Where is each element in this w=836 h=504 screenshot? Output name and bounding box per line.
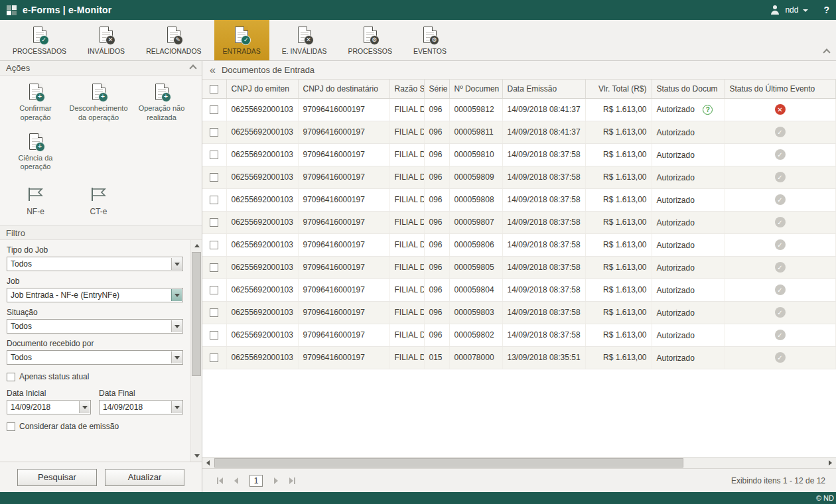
cell-cnpj-emitente: 06255692000103 xyxy=(226,143,298,166)
table-row[interactable]: 06255692000103 97096416000197 FILIAL D 0… xyxy=(202,324,835,346)
collapse-actions-icon[interactable] xyxy=(189,64,196,72)
dropdown-arrow-icon[interactable] xyxy=(171,351,182,363)
column-header[interactable]: Razão S xyxy=(389,80,424,98)
row-checkbox[interactable] xyxy=(210,105,218,114)
next-page-button[interactable] xyxy=(274,477,278,484)
current-status-checkbox[interactable] xyxy=(7,373,15,381)
user-menu-caret-icon[interactable] xyxy=(803,9,808,12)
cell-numero-documento: 000059809 xyxy=(449,166,502,188)
first-page-button[interactable] xyxy=(217,477,223,484)
row-checkbox[interactable] xyxy=(210,241,218,249)
scrollbar-thumb[interactable] xyxy=(192,252,201,376)
filter-scrollbar[interactable] xyxy=(190,240,202,462)
ribbon-tab[interactable]: ENTRADAS xyxy=(214,20,269,60)
dropdown-arrow-icon[interactable] xyxy=(171,401,182,413)
cell-serie: 096 xyxy=(424,166,449,188)
cell-razao-social: FILIAL D xyxy=(389,301,424,324)
action-button[interactable]: Desconhecimento da operação xyxy=(67,84,130,123)
column-header[interactable]: Vlr. Total (R$) xyxy=(585,80,652,98)
ribbon-tab[interactable]: E. INVÁLIDAS xyxy=(273,20,336,60)
ribbon-tab[interactable]: PROCESSADOS xyxy=(4,20,75,60)
date-end-select[interactable]: 14/09/2018 xyxy=(99,400,183,414)
doc-type-button[interactable]: CT-e xyxy=(67,186,130,216)
filter-field-label: Tipo do Job xyxy=(7,245,183,255)
user-menu[interactable]: ndd xyxy=(785,5,798,15)
action-button[interactable]: Operação não realizada xyxy=(130,84,193,123)
row-checkbox[interactable] xyxy=(210,196,218,204)
actions-panel-header: Ações xyxy=(0,61,202,76)
row-checkbox[interactable] xyxy=(210,331,218,340)
ribbon-tab[interactable]: PROCESSOS xyxy=(339,20,401,60)
select-all-checkbox[interactable] xyxy=(210,85,218,94)
scroll-left-icon[interactable] xyxy=(202,458,214,468)
action-button[interactable]: Confirmar operação xyxy=(4,84,67,123)
row-checkbox[interactable] xyxy=(210,263,218,272)
column-header[interactable]: Série xyxy=(424,80,449,98)
dropdown-arrow-icon[interactable] xyxy=(171,258,182,270)
dropdown-arrow-icon[interactable] xyxy=(171,289,182,301)
table-row[interactable]: 06255692000103 97096416000197 FILIAL D 0… xyxy=(202,98,835,121)
column-header[interactable]: Data Emissão xyxy=(502,80,585,98)
cell-cnpj-destinatario: 97096416000197 xyxy=(298,143,389,166)
filter-select[interactable]: Job Entrada - NF-e (EntryNFe) xyxy=(7,288,183,302)
column-header[interactable]: Nº Documen xyxy=(449,80,502,98)
row-checkbox[interactable] xyxy=(210,308,218,317)
row-checkbox[interactable] xyxy=(210,128,218,137)
column-header[interactable]: Status do Último Evento xyxy=(725,80,835,98)
table-row[interactable]: 06255692000103 97096416000197 FILIAL D 0… xyxy=(202,346,835,369)
table-row[interactable]: 06255692000103 97096416000197 FILIAL D 0… xyxy=(202,188,835,211)
status-text: Autorizado xyxy=(657,353,695,362)
table-row[interactable]: 06255692000103 97096416000197 FILIAL D 0… xyxy=(202,166,835,188)
date-start-select[interactable]: 14/09/2018 xyxy=(7,400,91,414)
row-checkbox[interactable] xyxy=(210,218,218,227)
status-text: Autorizado xyxy=(657,285,695,294)
cell-serie: 096 xyxy=(424,98,449,121)
table-row[interactable]: 06255692000103 97096416000197 FILIAL D 0… xyxy=(202,233,835,256)
help-button[interactable]: ? xyxy=(823,5,829,15)
ribbon-tab[interactable]: RELACIONADOS xyxy=(137,20,210,60)
scroll-up-icon[interactable] xyxy=(191,240,202,251)
scroll-down-icon[interactable] xyxy=(191,450,202,462)
table-horizontal-scrollbar[interactable] xyxy=(202,457,836,468)
dropdown-arrow-icon[interactable] xyxy=(171,320,182,332)
collapse-ribbon-icon[interactable] xyxy=(823,48,830,56)
table-row[interactable]: 06255692000103 97096416000197 FILIAL D 0… xyxy=(202,256,835,279)
filter-select[interactable]: Todos xyxy=(7,319,183,334)
cell-cnpj-emitente: 06255692000103 xyxy=(226,233,298,256)
table-row[interactable]: 06255692000103 97096416000197 FILIAL D 0… xyxy=(202,121,835,143)
prev-page-button[interactable] xyxy=(234,477,238,484)
collapse-sidebar-button[interactable] xyxy=(210,65,216,76)
table-row[interactable]: 06255692000103 97096416000197 FILIAL D 0… xyxy=(202,143,835,166)
table-row[interactable]: 06255692000103 97096416000197 FILIAL D 0… xyxy=(202,279,835,301)
doc-type-button[interactable]: NF-e xyxy=(4,186,67,216)
ribbon-tab[interactable]: EVENTOS xyxy=(405,20,455,60)
cell-cnpj-destinatario: 97096416000197 xyxy=(298,166,389,188)
filter-title: Filtro xyxy=(6,228,25,238)
cell-numero-documento: 000059806 xyxy=(449,233,502,256)
search-button[interactable]: Pesquisar xyxy=(17,469,97,486)
column-header[interactable]: CNPJ do emiten xyxy=(226,80,298,98)
filter-select-value: Todos xyxy=(11,322,32,331)
current-page-indicator[interactable]: 1 xyxy=(249,475,263,487)
emission-date-checkbox[interactable] xyxy=(7,422,15,431)
refresh-button[interactable]: Atualizar xyxy=(105,469,184,486)
row-checkbox[interactable] xyxy=(210,353,218,362)
cell-status-evento xyxy=(725,233,835,256)
column-header[interactable]: Status do Docum xyxy=(652,80,725,98)
scroll-right-icon[interactable] xyxy=(825,458,836,468)
dropdown-arrow-icon[interactable] xyxy=(79,401,90,413)
row-checkbox[interactable] xyxy=(210,151,218,159)
table-row[interactable]: 06255692000103 97096416000197 FILIAL D 0… xyxy=(202,211,835,233)
scrollbar-thumb[interactable] xyxy=(214,458,683,468)
cell-valor-total: R$ 1.613,00 xyxy=(585,98,652,121)
ribbon-tab[interactable]: INVÁLIDOS xyxy=(79,20,133,60)
filter-select[interactable]: Todos xyxy=(7,257,183,271)
row-checkbox[interactable] xyxy=(210,286,218,294)
event-status-icon xyxy=(775,127,786,137)
filter-select[interactable]: Todos xyxy=(7,350,183,365)
action-button[interactable]: Ciência da operação xyxy=(4,133,67,172)
last-page-button[interactable] xyxy=(289,477,295,484)
table-row[interactable]: 06255692000103 97096416000197 FILIAL D 0… xyxy=(202,301,835,324)
column-header[interactable]: CNPJ do destinatário xyxy=(298,80,389,98)
row-checkbox[interactable] xyxy=(210,173,218,182)
